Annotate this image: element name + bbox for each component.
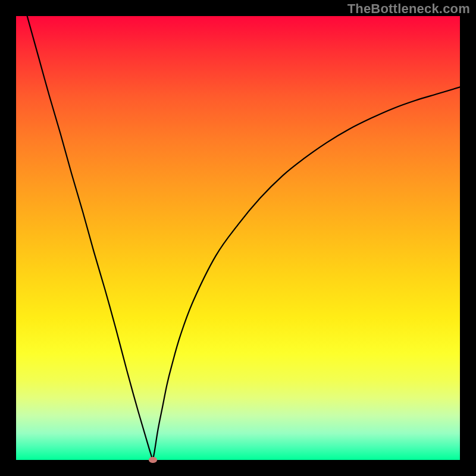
curve-left-branch (27, 16, 153, 460)
watermark-text: TheBottleneck.com (347, 1, 470, 17)
curve-right-branch (153, 87, 460, 460)
outer-frame: TheBottleneck.com (0, 0, 476, 476)
minimum-point-marker (149, 457, 157, 463)
plot-area (16, 16, 460, 460)
curve-svg (16, 16, 460, 460)
